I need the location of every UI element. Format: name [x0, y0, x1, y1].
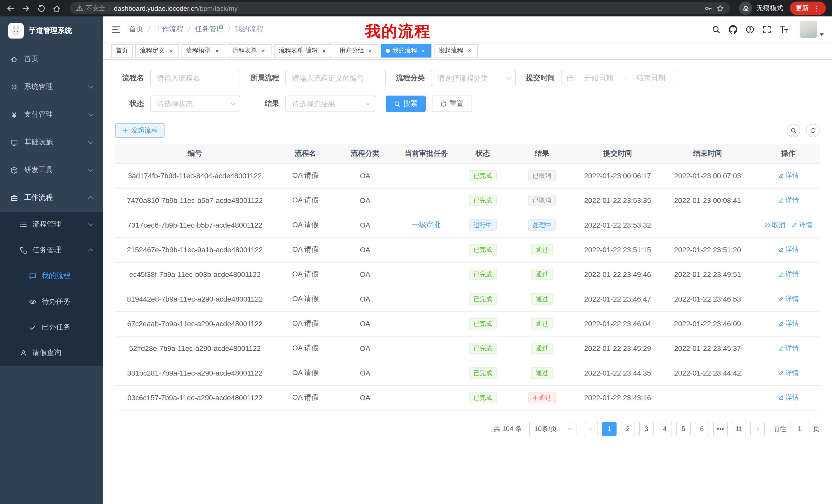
sidebar-item-payment[interactable]: ¥ 支付管理: [0, 101, 103, 129]
detail-link[interactable]: 详情: [778, 368, 799, 377]
process-id-input[interactable]: [285, 70, 386, 86]
page-button-2[interactable]: 2: [621, 422, 635, 436]
tab-process-form-edit[interactable]: 流程表单-编辑: [274, 44, 332, 57]
cell-submit-time: 2022-01-22 23:53:35: [577, 188, 658, 213]
sidebar-item-infrastructure[interactable]: 基础设施: [0, 129, 103, 156]
security-status[interactable]: 不安全: [76, 4, 105, 12]
close-icon[interactable]: [260, 47, 267, 54]
sidebar-item-process-management[interactable]: 流程管理: [0, 212, 103, 237]
prev-page-button[interactable]: [583, 422, 598, 436]
hamburger-icon[interactable]: [111, 24, 121, 34]
search-icon[interactable]: [712, 25, 721, 34]
fullscreen-icon[interactable]: [762, 25, 771, 34]
close-icon[interactable]: [167, 47, 174, 54]
close-icon[interactable]: [213, 47, 220, 54]
page-button-5[interactable]: 5: [676, 422, 691, 436]
kebab-menu-icon[interactable]: ⋮: [813, 5, 820, 12]
current-task-link[interactable]: 一级审批: [412, 220, 441, 229]
back-icon[interactable]: [6, 4, 15, 12]
sidebar-item-home[interactable]: 首页: [0, 45, 103, 73]
address-bar[interactable]: 不安全 dashboard.yudao.iocoder.cn/bpm/task/…: [70, 2, 730, 15]
update-button[interactable]: 更新 ⋮: [790, 2, 826, 15]
detail-link[interactable]: 详情: [778, 270, 799, 279]
page-button-1[interactable]: 1: [602, 422, 617, 436]
jump-page-input[interactable]: [790, 422, 809, 436]
github-icon[interactable]: [729, 25, 737, 34]
page-button-4[interactable]: 4: [658, 422, 672, 436]
tab-process-definition[interactable]: 流程定义: [135, 44, 179, 57]
edit-icon: [778, 345, 784, 352]
close-icon[interactable]: [466, 47, 473, 54]
detail-link[interactable]: 详情: [778, 171, 799, 180]
key-icon[interactable]: [704, 4, 712, 12]
result-select[interactable]: [285, 95, 375, 112]
detail-link[interactable]: 详情: [791, 220, 812, 230]
reset-button[interactable]: 重置: [432, 95, 472, 112]
cell-task: [394, 163, 459, 188]
cancel-link[interactable]: 取消: [764, 220, 785, 230]
cell-id: 03c6c157-7b9a-11ec-a290-acde48001122: [115, 385, 275, 410]
more-pages-button[interactable]: •••: [713, 422, 728, 436]
status-badge: 已完成: [469, 367, 497, 379]
tab-my-process[interactable]: 我的流程: [381, 44, 432, 57]
status-select[interactable]: [150, 95, 240, 112]
logo-image: [8, 23, 24, 38]
breadcrumb-workflow[interactable]: 工作流程: [144, 25, 184, 34]
close-icon[interactable]: [320, 47, 328, 54]
annotation-my-process: 我的流程: [365, 21, 431, 42]
app-logo[interactable]: 芋道管理系统: [0, 17, 103, 45]
chevron-down-icon: [88, 167, 93, 172]
search-button[interactable]: 搜索: [386, 95, 426, 112]
tab-user-group[interactable]: 用户分组: [335, 44, 379, 57]
breadcrumb-home[interactable]: 首页: [129, 25, 144, 34]
page-button-3[interactable]: 3: [639, 422, 654, 436]
reload-icon[interactable]: [37, 4, 46, 12]
category-select[interactable]: [431, 70, 516, 86]
cell-name: OA 请假: [275, 213, 336, 237]
help-icon[interactable]: [746, 25, 754, 34]
sidebar-item-devtools[interactable]: 研发工具: [0, 156, 103, 184]
close-icon[interactable]: [420, 47, 427, 54]
sidebar-item-todo-tasks[interactable]: 待办任务: [0, 289, 103, 314]
home-icon[interactable]: [52, 4, 61, 12]
tab-home[interactable]: 首页: [111, 44, 133, 57]
page-button-last[interactable]: 11: [732, 422, 746, 436]
refresh-table-button[interactable]: [806, 124, 820, 137]
bookmark-star-icon[interactable]: [716, 4, 724, 12]
date-range-picker[interactable]: 开始日期 - 结束日期: [561, 70, 678, 86]
detail-link[interactable]: 详情: [778, 245, 799, 254]
start-process-button[interactable]: 发起流程: [115, 123, 164, 138]
sidebar-item-label: 流程管理: [32, 220, 61, 229]
detail-link[interactable]: 详情: [778, 319, 799, 328]
tab-start-process[interactable]: 发起流程: [434, 44, 478, 57]
table-row: 52ffd28e-7b9a-11ec-a290-acde48001122 OA …: [115, 336, 820, 361]
detail-link[interactable]: 详情: [778, 393, 799, 402]
filter-form: 流程名 所属流程 流程分类 提交时间: [103, 60, 832, 121]
page-button-6[interactable]: 6: [695, 422, 709, 436]
tab-process-form[interactable]: 流程表单: [228, 44, 271, 57]
close-icon[interactable]: [367, 47, 374, 54]
next-page-button[interactable]: [750, 422, 765, 436]
cell-submit-time: 2022-01-23 00:06:17: [577, 163, 658, 188]
sidebar-item-my-process[interactable]: 我的流程: [0, 263, 103, 289]
incognito-indicator[interactable]: 无痕模式: [739, 2, 783, 15]
edit-icon: [778, 370, 784, 376]
chevron-down-icon: [88, 221, 93, 226]
sidebar-item-workflow[interactable]: 工作流程: [0, 184, 103, 212]
sidebar-item-task-management[interactable]: 任务管理: [0, 237, 103, 263]
sidebar-item-leave-query[interactable]: 请假查询: [0, 340, 103, 366]
page-size-select[interactable]: 10条/页: [529, 422, 576, 436]
font-size-icon[interactable]: [780, 25, 788, 34]
detail-link[interactable]: 详情: [778, 295, 799, 304]
toggle-search-button[interactable]: [787, 124, 800, 137]
process-name-input[interactable]: [150, 70, 240, 86]
tab-process-model[interactable]: 流程模型: [182, 44, 225, 57]
detail-link[interactable]: 详情: [778, 196, 799, 205]
detail-link[interactable]: 详情: [778, 344, 799, 353]
forward-icon[interactable]: [22, 4, 30, 12]
breadcrumb-task-management[interactable]: 任务管理: [184, 25, 224, 34]
status-badge: 已完成: [469, 244, 497, 255]
user-menu[interactable]: [800, 21, 824, 38]
sidebar-item-done-tasks[interactable]: 已办任务: [0, 314, 103, 340]
sidebar-item-system[interactable]: 系统管理: [0, 73, 103, 101]
